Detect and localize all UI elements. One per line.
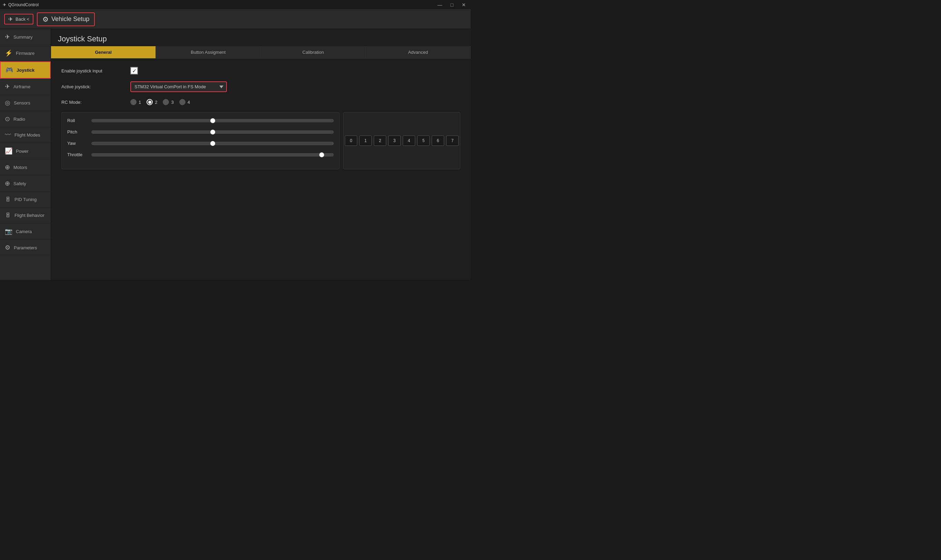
- rc-mode-row: RC Mode: 1: [62, 99, 460, 105]
- back-arrow-icon: ✈: [8, 16, 13, 22]
- axis-row-throttle: Throttle: [67, 152, 334, 157]
- button-2[interactable]: 2: [374, 135, 386, 146]
- active-joystick-control: STM32 Virtual ComPort in FS Mode: [130, 82, 227, 92]
- back-button[interactable]: ✈ Back <: [4, 14, 34, 25]
- yaw-dot: [210, 141, 215, 146]
- content-area: Enable joystick input ✓ Active joystick:…: [51, 58, 470, 178]
- sidebar-item-joystick[interactable]: 🎮 Joystick: [0, 62, 51, 78]
- sidebar-item-pid-tuning[interactable]: 🎚 PID Tuning: [0, 192, 51, 208]
- camera-icon: 📷: [5, 228, 12, 235]
- rc-mode-4-label: 4: [188, 100, 190, 105]
- joystick-icon: 🎮: [6, 66, 13, 74]
- header-title-text: Vehicle Setup: [51, 15, 89, 23]
- sidebar-item-airframe[interactable]: ✈ Airframe: [0, 78, 51, 95]
- pitch-label: Pitch: [67, 129, 88, 134]
- joystick-select[interactable]: STM32 Virtual ComPort in FS Mode: [130, 82, 227, 92]
- enable-joystick-row: Enable joystick input ✓: [62, 67, 460, 74]
- app-title: QGroundControl: [8, 2, 38, 7]
- titlebar-left: ✈ QGroundControl: [3, 2, 38, 7]
- roll-bar: [91, 119, 334, 122]
- sidebar-label-safety: Safety: [14, 181, 26, 186]
- sidebar-item-parameters[interactable]: ⚙ Parameters: [0, 240, 51, 256]
- sidebar-label-sensors: Sensors: [14, 100, 30, 106]
- sidebar: ✈ Summary ⚡ Firmware 🎮 Joystick ✈ Airfra…: [0, 29, 51, 280]
- sidebar-item-flight-modes[interactable]: 〰 Flight Modes: [0, 127, 51, 143]
- tab-advanced[interactable]: Advanced: [366, 46, 470, 58]
- minimize-button[interactable]: —: [435, 2, 444, 8]
- sidebar-label-flight-modes: Flight Modes: [14, 132, 40, 138]
- sidebar-item-power[interactable]: 📈 Power: [0, 143, 51, 159]
- active-joystick-label: Active joystick:: [62, 84, 130, 89]
- rc-mode-1[interactable]: 1: [130, 99, 141, 105]
- rc-mode-control: 1 2 3: [130, 99, 190, 105]
- pitch-bar: [91, 130, 334, 134]
- rc-radio-group: 1 2 3: [130, 99, 190, 105]
- sidebar-item-flight-behavior[interactable]: 🎚 Flight Behavior: [0, 208, 51, 223]
- sidebar-item-camera[interactable]: 📷 Camera: [0, 223, 51, 240]
- yaw-bar: [91, 142, 334, 145]
- radio-outer-1: [130, 99, 137, 105]
- tab-calibration[interactable]: Calibration: [261, 46, 366, 58]
- rc-mode-4[interactable]: 4: [179, 99, 190, 105]
- sidebar-label-summary: Summary: [14, 34, 33, 40]
- sidebar-item-safety[interactable]: ⊕ Safety: [0, 175, 51, 192]
- button-7[interactable]: 7: [446, 135, 458, 146]
- axis-panel: Roll Pitch Yaw: [62, 112, 340, 169]
- sidebar-item-firmware[interactable]: ⚡ Firmware: [0, 45, 51, 62]
- sidebar-item-radio[interactable]: ⊙ Radio: [0, 111, 51, 127]
- radio-outer-4: [179, 99, 186, 105]
- airframe-icon: ✈: [5, 83, 10, 90]
- button-grid: 0 1 2 3 4 5 6 7: [345, 135, 458, 146]
- radio-icon: ⊙: [5, 115, 10, 123]
- flight-behavior-icon: 🎚: [5, 212, 11, 219]
- gear-icon: ⚙: [42, 15, 49, 23]
- sidebar-label-power: Power: [16, 149, 29, 154]
- titlebar-controls: — □ ✕: [435, 2, 468, 8]
- throttle-bar: [91, 153, 334, 157]
- parameters-icon: ⚙: [5, 244, 10, 251]
- pid-tuning-icon: 🎚: [5, 196, 11, 203]
- sidebar-label-parameters: Parameters: [14, 245, 37, 250]
- sidebar-item-summary[interactable]: ✈ Summary: [0, 29, 51, 45]
- button-0[interactable]: 0: [345, 135, 357, 146]
- rc-mode-label: RC Mode:: [62, 100, 130, 105]
- button-3[interactable]: 3: [388, 135, 401, 146]
- header: ✈ Back < ⚙ Vehicle Setup: [0, 10, 470, 29]
- sidebar-label-joystick: Joystick: [17, 68, 34, 73]
- tab-button-assignment[interactable]: Button Assigment: [156, 46, 261, 58]
- rc-mode-1-label: 1: [138, 100, 141, 105]
- close-button[interactable]: ✕: [460, 2, 468, 8]
- vehicle-setup-header: ⚙ Vehicle Setup: [37, 12, 95, 26]
- enable-joystick-checkbox[interactable]: ✓: [130, 67, 138, 74]
- tabs-bar: General Button Assigment Calibration Adv…: [51, 46, 470, 58]
- sidebar-label-firmware: Firmware: [16, 51, 34, 56]
- safety-icon: ⊕: [5, 180, 10, 187]
- summary-icon: ✈: [5, 33, 10, 41]
- maximize-button[interactable]: □: [449, 2, 455, 8]
- button-1[interactable]: 1: [359, 135, 372, 146]
- rc-mode-3[interactable]: 3: [163, 99, 174, 105]
- rc-mode-2-label: 2: [155, 100, 157, 105]
- active-joystick-row: Active joystick: STM32 Virtual ComPort i…: [62, 82, 460, 92]
- button-4[interactable]: 4: [403, 135, 415, 146]
- enable-joystick-control: ✓: [130, 67, 138, 74]
- radio-outer-2: [146, 99, 153, 105]
- tab-general[interactable]: General: [51, 46, 156, 58]
- rc-mode-3-label: 3: [171, 100, 174, 105]
- sensors-icon: ◎: [5, 99, 10, 106]
- sidebar-item-motors[interactable]: ⊕ Motors: [0, 159, 51, 175]
- sidebar-item-sensors[interactable]: ◎ Sensors: [0, 95, 51, 111]
- radio-outer-3: [163, 99, 169, 105]
- app-icon: ✈: [3, 2, 6, 7]
- axis-row-roll: Roll: [67, 118, 334, 123]
- sidebar-label-flight-behavior: Flight Behavior: [14, 213, 45, 218]
- roll-dot: [210, 118, 215, 123]
- button-5[interactable]: 5: [417, 135, 430, 146]
- rc-mode-2[interactable]: 2: [146, 99, 157, 105]
- button-6[interactable]: 6: [432, 135, 444, 146]
- main-content: Joystick Setup General Button Assigment …: [51, 29, 470, 280]
- sidebar-label-airframe: Airframe: [14, 84, 30, 89]
- yaw-label: Yaw: [67, 141, 88, 146]
- power-icon: 📈: [5, 147, 12, 155]
- button-panel: 0 1 2 3 4 5 6 7: [343, 112, 460, 169]
